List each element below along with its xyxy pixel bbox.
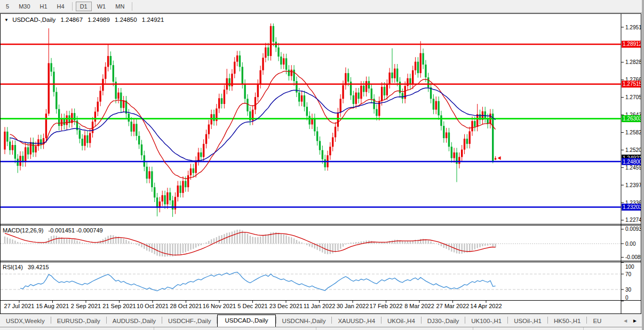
svg-text:0.00: 0.00 (625, 241, 636, 247)
ohlc-high: 1.24989 (88, 17, 110, 23)
rsi-name: RSI(14) (3, 264, 23, 270)
rsi-indicator-label: RSI(14) 39.4215 (3, 264, 52, 270)
date-label: 15 Aug 2021 (36, 303, 69, 309)
window-right-edge (642, 0, 644, 330)
svg-text:1.24800: 1.24800 (623, 159, 641, 165)
svg-text:1.27050: 1.27050 (625, 94, 641, 100)
tab-scroll-left-icon[interactable]: ◄ (621, 318, 630, 324)
timeframe-button-5[interactable]: 5 (2, 2, 13, 11)
date-label: 11 Jan 2022 (304, 303, 336, 309)
date-label: 5 Dec 2021 (237, 303, 267, 309)
tab-dj30-daily[interactable]: DJ30-,Daily (422, 316, 465, 327)
svg-text:1.26303: 1.26303 (623, 116, 641, 122)
svg-text:70: 70 (625, 271, 632, 277)
date-label: 17 Feb 2022 (370, 303, 403, 309)
date-label: 16 Nov 2021 (203, 303, 236, 309)
status-cell-divider (473, 327, 473, 330)
chart-dropdown-icon[interactable]: ▼ (4, 18, 9, 22)
tab-eu[interactable]: EU (587, 316, 607, 327)
rsi-value: 39.4215 (28, 264, 49, 270)
tab-audusd-daily[interactable]: AUDUSD-,Daily (107, 316, 162, 327)
chart-title: ▼ USDCAD-,Daily 1.24867 1.24989 1.24850 … (4, 17, 167, 23)
status-strip (0, 327, 642, 330)
tab-usdchf-daily[interactable]: USDCHF-,Daily (162, 316, 217, 327)
tab-uk100-h1[interactable]: UK100-,H1 (465, 316, 507, 327)
date-label: 2 Sep 2021 (71, 303, 101, 309)
status-cell-divider (583, 327, 584, 330)
date-label: 10 Oct 2021 (137, 303, 169, 309)
svg-text:1.25205: 1.25205 (625, 147, 641, 153)
ohlc-open: 1.24867 (60, 17, 83, 23)
svg-text:0: 0 (625, 295, 629, 301)
rsi-axis-labels: 10070300 (621, 262, 634, 301)
price-axis-labels[interactable]: 1.295101.282801.276651.270501.264351.258… (621, 25, 641, 223)
svg-text:1.27515: 1.27515 (623, 81, 641, 87)
rsi-level-lines (1, 274, 621, 289)
tab-usdcnh-daily[interactable]: USDCNH-,Daily (276, 316, 332, 327)
chart-canvas[interactable]: 1.295101.282801.276651.270501.264351.258… (1, 14, 641, 313)
svg-text:1.28912: 1.28912 (623, 41, 641, 47)
date-label: 14 Apr 2022 (470, 303, 502, 309)
svg-text:1.24590: 1.24590 (625, 165, 641, 171)
tab-scroll-arrows: ◄► (621, 314, 642, 327)
date-label: 21 Sep 2021 (102, 303, 136, 309)
timeframe-button-h1[interactable]: H1 (36, 2, 52, 11)
current-price-arrow (498, 156, 501, 160)
timeframe-button-mn[interactable]: MN (111, 2, 129, 11)
mt4-terminal: { "toolbar": { "timeframes": ["5", "M30"… (0, 0, 644, 330)
toolbar-separator (132, 2, 132, 11)
timeframe-button-d1[interactable]: D1 (76, 2, 92, 11)
horizontal-lines (1, 44, 621, 207)
toolbar-separator (72, 2, 73, 11)
tab-usdcad-daily[interactable]: USDCAD-,Daily (217, 315, 275, 327)
tab-xauusd-h4[interactable]: XAUUSD-,H4 (332, 316, 381, 327)
timeframe-button-w1[interactable]: W1 (93, 2, 110, 11)
svg-text:1.25820: 1.25820 (625, 130, 641, 135)
tab-eurusd-daily[interactable]: EURUSD-,Daily (51, 316, 106, 327)
chart-window: 1.295101.282801.276651.270501.264351.258… (0, 13, 641, 314)
macd-values: -0.001451 -0.000749 (48, 227, 102, 234)
timeframe-button-h4[interactable]: H4 (53, 2, 69, 11)
chart-symbol-label: USDCAD-,Daily (12, 17, 55, 23)
timeframe-toolbar: 5M30H1H4D1W1MN (0, 0, 642, 13)
ohlc-close: 1.24921 (142, 17, 164, 23)
macd-axis-labels: 0.0093450.00-0.008902 (621, 226, 641, 260)
svg-text:1.22745: 1.22745 (625, 217, 641, 223)
timeframe-button-m30[interactable]: M30 (14, 2, 34, 11)
date-label: 8 Mar 2022 (404, 303, 434, 309)
status-cell-divider (154, 327, 154, 330)
svg-text:1.28280: 1.28280 (625, 59, 641, 65)
panel-frame (1, 14, 641, 313)
svg-text:1.23203: 1.23203 (623, 204, 641, 210)
macd-indicator-label: MACD(12,26,9) -0.001451 -0.000749 (3, 227, 106, 234)
tab-hk50-h1[interactable]: HK50-,H1 (548, 316, 587, 327)
tab-usdx-weekly[interactable]: USDX,Weekly (0, 316, 51, 327)
svg-text:0.009345: 0.009345 (625, 226, 641, 232)
date-label: 27 Mar 2022 (436, 303, 470, 309)
macd-name: MACD(12,26,9) (3, 227, 43, 234)
date-label: 23 Dec 2021 (269, 303, 303, 309)
date-label: 30 Jan 2022 (337, 303, 369, 309)
status-cell-divider (316, 327, 316, 330)
svg-text:1.29510: 1.29510 (625, 25, 641, 30)
rsi-line (20, 272, 496, 291)
svg-text:100: 100 (625, 264, 634, 270)
chart-tab-bar: USDX,WeeklyEURUSD-,DailyAUDUSD-,DailyUSD… (0, 314, 642, 327)
tab-scroll-right-icon[interactable]: ► (630, 318, 640, 324)
candles-layer (4, 23, 496, 217)
macd-histogram (5, 230, 496, 257)
svg-text:30: 30 (625, 287, 632, 293)
tab-ukoil-h4[interactable]: UKOil-,H4 (381, 316, 421, 327)
svg-text:1.23975: 1.23975 (625, 182, 641, 188)
ohlc-low: 1.24850 (115, 17, 137, 23)
date-label: 27 Jul 2021 (4, 303, 35, 309)
svg-text:-0.008902: -0.008902 (625, 254, 641, 260)
date-label: 28 Oct 2021 (170, 303, 202, 309)
date-axis[interactable]: 27 Jul 202115 Aug 20212 Sep 202121 Sep 2… (1, 303, 619, 312)
tab-usoil-h1[interactable]: USOil-,H1 (508, 316, 547, 327)
